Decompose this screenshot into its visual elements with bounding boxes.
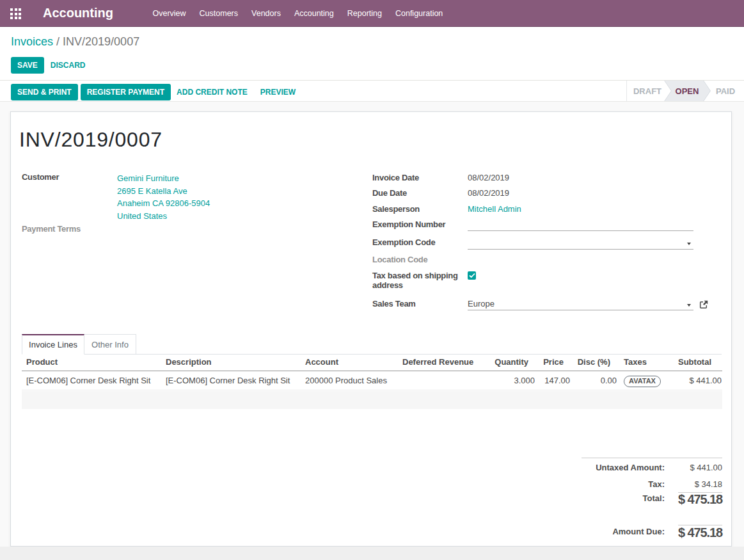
svg-text:PAID: PAID bbox=[716, 86, 735, 96]
svg-text:OPEN: OPEN bbox=[676, 86, 699, 96]
svg-text:DRAFT: DRAFT bbox=[633, 86, 661, 96]
